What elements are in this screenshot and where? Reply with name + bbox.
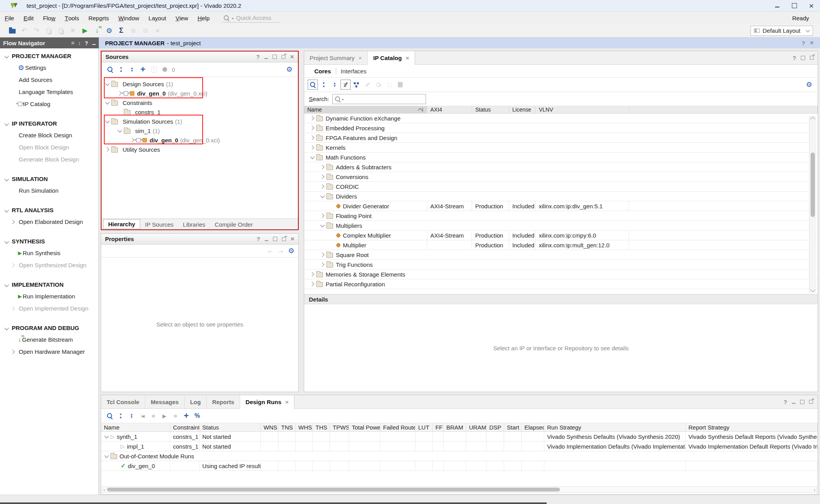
close-icon[interactable] [406, 55, 409, 61]
flow-navigator-entry[interactable]: SIMULATION [0, 173, 98, 185]
help-icon[interactable] [784, 399, 787, 405]
dock-icon[interactable] [71, 40, 74, 46]
column-constraints[interactable]: Constraints [170, 423, 200, 431]
minimize-icon[interactable] [265, 237, 268, 241]
help-icon[interactable] [793, 55, 796, 61]
tree-row[interactable]: constrs_1 [102, 107, 298, 117]
flow-navigator-entry[interactable]: Open Block Design [0, 141, 98, 153]
editor-tab[interactable]: IP Catalog [368, 51, 415, 65]
close-icon[interactable] [358, 55, 362, 61]
column-ff[interactable]: FF [433, 423, 444, 431]
chevron-right-icon[interactable] [310, 115, 315, 121]
column-whs[interactable]: WHS [296, 423, 313, 431]
ip-catalog-row[interactable]: CORDIC [304, 182, 818, 192]
ip-catalog-subtab[interactable]: Cores [310, 68, 336, 75]
tree-row[interactable]: sim_1 (1) [102, 126, 298, 135]
chevron-right-icon[interactable] [117, 91, 123, 96]
ip-catalog-row[interactable]: Square Root [304, 250, 818, 260]
minimize-icon[interactable] [792, 400, 795, 404]
ip-catalog-row[interactable]: Kernels [304, 143, 818, 153]
window-maximize-icon[interactable] [786, 0, 803, 12]
chevron-right-icon[interactable] [105, 147, 110, 152]
design-run-row[interactable]: Out-of-Context Module Runs [101, 451, 818, 461]
ip-search-input[interactable] [345, 96, 423, 102]
menu-item[interactable]: Edit [19, 12, 38, 24]
column-ths[interactable]: THS [313, 423, 330, 431]
chevron-down-icon[interactable] [104, 453, 109, 459]
column-dsp[interactable]: DSP [487, 423, 504, 431]
ip-catalog-row[interactable]: Math Functions [304, 153, 818, 162]
close-icon[interactable] [285, 399, 289, 405]
menu-item[interactable]: Tools [60, 12, 84, 24]
sources-view-tab[interactable]: Compile Order [210, 220, 258, 229]
flow-navigator-entry[interactable]: Open Elaborated Design [0, 216, 98, 228]
ip-catalog-row[interactable]: Floating Point [304, 211, 818, 221]
results-tab[interactable]: Messages [145, 395, 185, 408]
menu-item[interactable]: File [0, 12, 19, 24]
chevron-right-icon[interactable] [320, 252, 325, 257]
flow-navigator-entry[interactable]: PROGRAM AND DEBUG [0, 322, 98, 334]
chevron-down-icon[interactable] [320, 223, 325, 228]
column-axi4[interactable]: AXI4 [427, 106, 472, 113]
sources-view-tab[interactable]: Libraries [178, 220, 210, 229]
design-run-row[interactable]: synth_1 constrs_1 Not started Vivado Syn… [101, 432, 818, 442]
tree-row[interactable]: Constraints [102, 98, 298, 107]
ip-catalog-row[interactable]: FPGA Features and Design [304, 133, 818, 143]
ip-catalog-row[interactable]: Complex Multiplier AXI4-Stream Productio… [304, 231, 818, 240]
flow-navigator-entry[interactable]: IMPLEMENTATION [0, 279, 98, 290]
maximize-icon[interactable] [800, 400, 804, 404]
chevron-down-icon[interactable] [310, 154, 315, 160]
flow-navigator-entry[interactable]: Create Block Design [0, 129, 98, 141]
results-tab[interactable]: Log [185, 395, 207, 408]
flow-navigator-entry[interactable]: Run Synthesis [0, 247, 98, 259]
flow-navigator-entry[interactable]: Open Synthesized Design [0, 259, 98, 271]
sources-view-tab[interactable]: Hierarchy [103, 219, 140, 229]
scroll-down-icon[interactable] [810, 287, 815, 292]
column-name[interactable]: Name [101, 423, 170, 431]
layout-selector[interactable]: Default Layout [750, 26, 813, 36]
flow-navigator-entry[interactable]: Open Hardware Manager [0, 346, 98, 358]
results-tab[interactable]: Tcl Console [101, 395, 145, 408]
chevron-down-icon[interactable] [105, 100, 110, 105]
ip-catalog-row[interactable]: Multiplier Production Included xilinx.co… [304, 240, 818, 250]
settings-gear-icon[interactable] [288, 247, 294, 255]
minimize-icon[interactable] [92, 40, 96, 46]
column-bram[interactable]: BRAM [444, 423, 466, 431]
column-license[interactable]: License [509, 106, 536, 113]
sources-view-tab[interactable]: IP Sources [140, 220, 178, 229]
forward-arrow-icon[interactable]: → [278, 247, 284, 255]
chevron-right-icon[interactable] [320, 213, 325, 218]
float-icon[interactable] [282, 237, 286, 241]
ip-catalog-row[interactable]: Multipliers [304, 221, 818, 231]
editor-tab[interactable]: Project Summary [304, 51, 368, 64]
column-run-strategy[interactable]: Run Strategy [544, 423, 686, 431]
scroll-left-icon[interactable]: ‹ [103, 488, 105, 492]
ip-catalog-row[interactable]: Adders & Subtracters [304, 162, 818, 172]
maximize-icon[interactable] [273, 55, 277, 59]
window-minimize-icon[interactable] [768, 0, 786, 12]
close-icon[interactable] [810, 40, 814, 46]
chevron-right-icon[interactable] [310, 145, 315, 150]
column-report-strategy[interactable]: Report Strategy [686, 423, 818, 431]
chevron-right-icon[interactable] [320, 164, 325, 170]
minimize-icon[interactable] [264, 55, 268, 59]
column-start[interactable]: Start [504, 423, 522, 431]
tree-row[interactable]: Utility Sources [102, 145, 298, 154]
design-run-row[interactable]: impl_1 constrs_1 Not started Vivado Impl… [101, 442, 818, 451]
ip-catalog-row[interactable]: Partial Reconfiguration [304, 279, 818, 289]
maximize-icon[interactable] [273, 237, 277, 241]
chevron-right-icon[interactable] [130, 137, 135, 143]
flow-navigator-entry[interactable]: Settings [0, 62, 98, 74]
help-icon[interactable] [802, 40, 805, 46]
float-icon[interactable] [810, 56, 814, 60]
help-icon[interactable] [257, 236, 260, 242]
maximize-icon[interactable] [801, 56, 805, 60]
menu-item[interactable]: Layout [144, 12, 171, 24]
chevron-down-icon[interactable] [105, 119, 110, 124]
chevron-down-icon[interactable] [117, 128, 123, 133]
flow-navigator-entry[interactable]: IP Catalog [0, 98, 98, 110]
chevron-down-icon[interactable] [105, 81, 110, 87]
tree-row[interactable]: Simulation Sources (1) [102, 117, 298, 126]
flow-navigator-entry[interactable]: SYNTHESIS [0, 235, 98, 247]
scroll-right-icon[interactable]: › [814, 488, 815, 492]
